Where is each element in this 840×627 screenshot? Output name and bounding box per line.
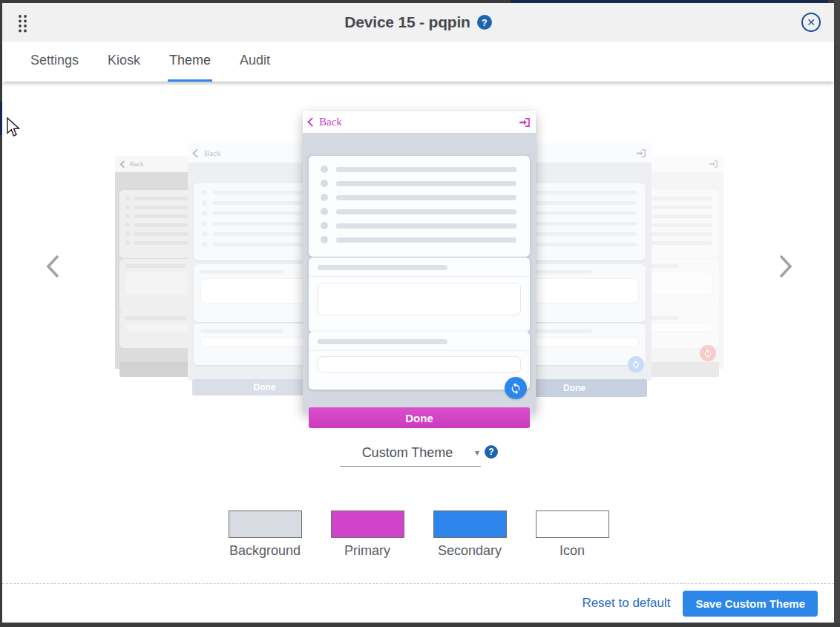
- swatch-background-box[interactable]: [229, 511, 302, 538]
- skeleton-bar: [522, 211, 637, 215]
- back-link: Back: [121, 160, 144, 168]
- skeleton-dot: [125, 196, 130, 200]
- skeleton-title-bar: [125, 316, 186, 320]
- divider: [309, 276, 530, 277]
- skeleton-dot: [202, 242, 207, 247]
- swatch-secondary: Secondary: [433, 511, 507, 559]
- skeleton-dot: [125, 240, 130, 245]
- skeleton-bar: [336, 195, 516, 200]
- skeleton-row: [321, 165, 516, 173]
- skeleton-bar: [336, 223, 516, 229]
- skeleton-dot: [202, 232, 207, 237]
- skeleton-dot: [202, 211, 207, 216]
- skeleton-row: [321, 222, 516, 229]
- theme-select-value: Custom Theme: [340, 445, 475, 461]
- swatch-label: Background: [229, 543, 301, 559]
- skeleton-title-bar: [200, 329, 283, 333]
- skeleton-row: [321, 180, 516, 187]
- color-swatch-row: Background Primary Secondary Icon: [0, 511, 837, 559]
- refresh-icon: [628, 356, 644, 372]
- skeleton-dot: [321, 236, 328, 243]
- theme-select-help-icon[interactable]: ?: [485, 445, 498, 459]
- skeleton-dot: [125, 223, 130, 227]
- chevron-left-icon: [120, 160, 128, 168]
- skeleton-dot: [202, 200, 207, 206]
- skeleton-title-bar: [318, 265, 447, 270]
- theme-preview-active[interactable]: Back Done: [303, 111, 536, 413]
- skeleton-dot: [125, 205, 130, 209]
- skeleton-row: [321, 194, 516, 201]
- skeleton-dot: [202, 221, 207, 226]
- chevron-left-icon[interactable]: [43, 252, 62, 283]
- chevron-left-icon: [192, 148, 202, 158]
- tab-audit[interactable]: Audit: [238, 42, 272, 82]
- save-custom-theme-button[interactable]: Save Custom Theme: [683, 591, 818, 617]
- tab-theme[interactable]: Theme: [168, 42, 212, 82]
- back-link: Back: [309, 116, 342, 128]
- skeleton-bar: [522, 222, 637, 226]
- background-page-edge-bottom: [0, 623, 840, 627]
- divider: [309, 350, 530, 351]
- dialog-title: Device 15 - pqpin: [344, 13, 470, 31]
- dialog-footer: Reset to default Save Custom Theme: [2, 583, 834, 623]
- skeleton-title-bar: [125, 264, 186, 268]
- swatch-background: Background: [228, 511, 302, 559]
- tab-bar: Settings Kiosk Theme Audit: [2, 42, 834, 82]
- skeleton-input: [318, 356, 521, 372]
- back-link: Back: [194, 148, 221, 157]
- skeleton-dot: [321, 194, 328, 201]
- refresh-icon: [700, 345, 716, 361]
- swatch-primary: Primary: [330, 511, 404, 559]
- skeleton-row: [321, 236, 516, 243]
- skeleton-textarea: [318, 283, 521, 315]
- refresh-icon[interactable]: [505, 377, 527, 399]
- preview-done-button[interactable]: Done: [309, 407, 530, 428]
- skeleton-row: [321, 208, 516, 215]
- mouse-cursor: [6, 117, 20, 141]
- theme-select-dropdown[interactable]: Custom Theme ▾: [340, 439, 481, 467]
- skeleton-bar: [336, 237, 516, 243]
- skeleton-bar: [522, 191, 637, 194]
- skeleton-dot: [125, 214, 130, 218]
- skeleton-bar: [522, 232, 637, 236]
- skeleton-bar: [336, 181, 516, 186]
- skeleton-dot: [321, 180, 328, 187]
- swatch-icon: Icon: [535, 511, 609, 559]
- chevron-down-icon: ▾: [475, 447, 479, 458]
- skeleton-title-bar: [200, 270, 283, 274]
- skeleton-bar: [336, 209, 516, 214]
- preview-header: Back: [303, 111, 536, 133]
- swatch-label: Secondary: [438, 543, 502, 559]
- background-page-left-strip: [0, 101, 2, 135]
- skeleton-dot: [321, 208, 328, 215]
- skeleton-title-bar: [318, 339, 447, 344]
- skeleton-bar: [336, 167, 516, 172]
- preview-body: Done: [303, 133, 536, 413]
- skeleton-dot: [321, 165, 328, 173]
- swatch-label: Icon: [560, 543, 585, 559]
- dialog-titlebar: Device 15 - pqpin ? ✕: [2, 3, 834, 42]
- chevron-right-icon[interactable]: [776, 252, 795, 283]
- skeleton-dot: [321, 222, 328, 229]
- close-icon[interactable]: ✕: [801, 13, 821, 32]
- skeleton-dot: [202, 190, 207, 195]
- sign-in-icon: [709, 160, 718, 168]
- tab-kiosk[interactable]: Kiosk: [106, 42, 142, 82]
- swatch-icon-box[interactable]: [536, 511, 609, 538]
- chevron-left-icon: [307, 117, 317, 127]
- skeleton-bar: [522, 243, 637, 246]
- swatch-label: Primary: [344, 543, 390, 559]
- skeleton-bar: [522, 201, 637, 205]
- skeleton-list-card: [309, 156, 530, 257]
- skeleton-form-card: [309, 257, 530, 332]
- tab-settings[interactable]: Settings: [29, 42, 80, 82]
- reset-to-default-link[interactable]: Reset to default: [582, 596, 670, 611]
- swatch-primary-box[interactable]: [331, 511, 404, 538]
- title-help-icon[interactable]: ?: [477, 15, 492, 30]
- skeleton-form-card: [309, 332, 530, 390]
- sign-in-icon: [637, 149, 646, 157]
- skeleton-dot: [125, 232, 130, 236]
- device-theme-dialog: Device 15 - pqpin ? ✕ Settings Kiosk The…: [0, 0, 840, 627]
- sign-in-icon: [519, 118, 530, 127]
- swatch-secondary-box[interactable]: [433, 511, 507, 538]
